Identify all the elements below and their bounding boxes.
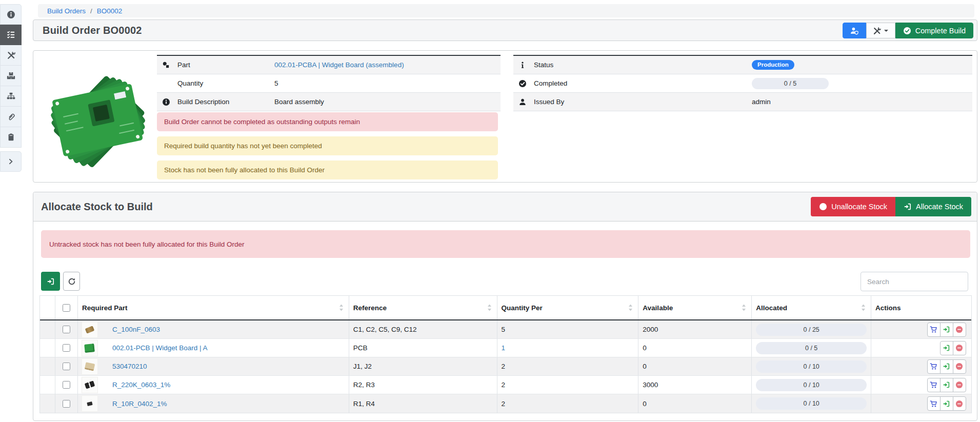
header-label: Actions bbox=[875, 304, 901, 312]
allocated-progressbar: 0 / 10 bbox=[756, 379, 867, 391]
sidebar-item-outputs[interactable] bbox=[0, 66, 22, 86]
header-reference[interactable]: Reference bbox=[349, 296, 497, 319]
detail-label: Quantity bbox=[177, 79, 203, 87]
header-label: Allocated bbox=[756, 304, 787, 312]
unallocate-stock-button[interactable]: Unallocate Stock bbox=[811, 197, 895, 216]
row-checkbox[interactable] bbox=[63, 326, 70, 333]
alert-quantity-incomplete: Required build quantity has not yet been… bbox=[157, 136, 498, 155]
row-checkbox[interactable] bbox=[63, 344, 70, 352]
allocate-stock-button[interactable]: Allocate Stock bbox=[895, 197, 971, 216]
part-thumbnail bbox=[82, 340, 98, 356]
required-part-link[interactable]: 002.01-PCB | Widget Board | A bbox=[112, 344, 208, 352]
unallocate-row-button[interactable] bbox=[953, 359, 966, 374]
shopping-cart-icon bbox=[930, 400, 937, 408]
detail-label: Part bbox=[177, 61, 190, 69]
header-label: Quantity Per bbox=[502, 304, 543, 312]
allocate-stock-card: Allocate Stock to Build Unallocate Stock… bbox=[33, 192, 977, 421]
row-checkbox[interactable] bbox=[63, 400, 70, 408]
header-label: Available bbox=[643, 304, 673, 312]
sort-icon bbox=[338, 304, 345, 311]
order-stock-button[interactable] bbox=[927, 359, 941, 374]
row-actions bbox=[927, 396, 966, 411]
sidebar-item-build-lines[interactable] bbox=[0, 25, 22, 45]
issue-order-button[interactable] bbox=[843, 23, 866, 38]
unallocate-label: Unallocate Stock bbox=[831, 203, 887, 211]
row-actions bbox=[927, 378, 966, 392]
breadcrumb-build-orders-link[interactable]: Build Orders bbox=[47, 7, 86, 15]
part-image[interactable] bbox=[46, 55, 153, 178]
caret-down-icon bbox=[884, 30, 888, 32]
header-quantity-per[interactable]: Quantity Per bbox=[497, 296, 639, 319]
required-part-link[interactable]: C_100nF_0603 bbox=[112, 326, 160, 333]
order-stock-button[interactable] bbox=[927, 396, 941, 411]
required-part-link[interactable]: R_220K_0603_1% bbox=[112, 381, 170, 389]
section-actions: Unallocate Stock Allocate Stock bbox=[811, 197, 971, 216]
sidebar-item-attachments[interactable] bbox=[0, 107, 22, 127]
sidebar-item-notes[interactable] bbox=[0, 127, 22, 148]
refresh-table-button[interactable] bbox=[63, 272, 80, 291]
info-circle-icon bbox=[162, 98, 170, 106]
allocate-row-button[interactable] bbox=[940, 378, 953, 392]
quantity-per-value: 1 bbox=[502, 344, 506, 352]
row-checkbox[interactable] bbox=[63, 363, 70, 370]
sidebar-expand-button[interactable] bbox=[0, 151, 22, 172]
info-icon bbox=[518, 61, 527, 69]
unallocate-row-button[interactable] bbox=[953, 378, 966, 392]
alert-text: Untracked stock has not been fully alloc… bbox=[49, 240, 244, 248]
header-required-part[interactable]: Required Part bbox=[78, 296, 349, 319]
row-checkbox[interactable] bbox=[63, 381, 70, 389]
search-input[interactable] bbox=[861, 272, 968, 291]
sign-in-icon bbox=[943, 344, 950, 352]
row-actions bbox=[927, 323, 966, 337]
breadcrumb: Build Orders / BO0002 bbox=[38, 4, 974, 17]
sign-in-icon bbox=[943, 363, 950, 370]
available-value: 0 bbox=[643, 400, 647, 408]
info-circle-icon bbox=[7, 10, 15, 19]
allocate-row-button[interactable] bbox=[940, 341, 953, 355]
detail-row-description: Build Description Board assembly bbox=[157, 93, 501, 111]
select-all-checkbox[interactable] bbox=[63, 304, 70, 312]
sort-icon bbox=[741, 304, 747, 311]
reference-value: R1, R4 bbox=[353, 400, 375, 408]
alert-untracked-stock: Untracked stock has not been fully alloc… bbox=[41, 230, 970, 258]
breadcrumb-bo0002-link[interactable]: BO0002 bbox=[97, 7, 123, 15]
unallocate-row-button[interactable] bbox=[953, 396, 966, 411]
order-stock-button[interactable] bbox=[927, 378, 941, 392]
unallocate-row-button[interactable] bbox=[953, 341, 966, 355]
required-part-link[interactable]: R_10R_0402_1% bbox=[112, 400, 167, 408]
detail-row-status: Status Production bbox=[513, 56, 972, 74]
build-alerts: Build Order cannot be completed as outst… bbox=[157, 112, 498, 185]
checklist-icon bbox=[7, 30, 15, 39]
sidebar-item-child-builds[interactable] bbox=[0, 86, 22, 107]
allocate-row-button[interactable] bbox=[940, 323, 953, 337]
required-part-link[interactable]: 530470210 bbox=[112, 363, 147, 370]
table-row: 530470210 J1, J2 2 0 0 / 10 bbox=[40, 357, 971, 376]
available-value: 2000 bbox=[643, 326, 658, 333]
reference-value: R2, R3 bbox=[353, 381, 375, 389]
sidebar-item-tools[interactable] bbox=[0, 45, 22, 66]
minus-circle-icon bbox=[955, 344, 963, 352]
header-available[interactable]: Available bbox=[638, 296, 752, 319]
sidebar bbox=[0, 4, 22, 172]
header-allocated[interactable]: Allocated bbox=[752, 296, 871, 319]
table-row: 002.01-PCB | Widget Board | A PCB 1 0 0 … bbox=[40, 339, 971, 357]
unallocate-row-button[interactable] bbox=[953, 323, 966, 337]
detail-value: 5 bbox=[274, 79, 278, 87]
part-link[interactable]: 002.01-PCBA | Widget Board (assembled) bbox=[274, 61, 404, 69]
allocate-row-button[interactable] bbox=[940, 396, 953, 411]
shopping-cart-icon bbox=[930, 363, 937, 370]
minus-circle-icon bbox=[955, 326, 963, 333]
build-order-page: Build Orders / BO0002 Build Order BO0002… bbox=[0, 0, 980, 422]
complete-build-button[interactable]: Complete Build bbox=[895, 23, 973, 38]
allocate-row-button[interactable] bbox=[940, 359, 953, 374]
available-value: 0 bbox=[643, 363, 647, 370]
sidebar-item-details[interactable] bbox=[0, 4, 22, 25]
complete-build-label: Complete Build bbox=[915, 27, 966, 35]
header-label: Reference bbox=[353, 304, 387, 312]
page-title: Build Order BO0002 bbox=[43, 25, 142, 36]
quantity-per-value: 2 bbox=[502, 400, 506, 408]
order-stock-button[interactable] bbox=[927, 323, 941, 337]
check-circle-icon bbox=[903, 27, 911, 35]
allocate-selected-button[interactable] bbox=[41, 272, 60, 291]
build-actions-dropdown[interactable] bbox=[866, 23, 895, 38]
